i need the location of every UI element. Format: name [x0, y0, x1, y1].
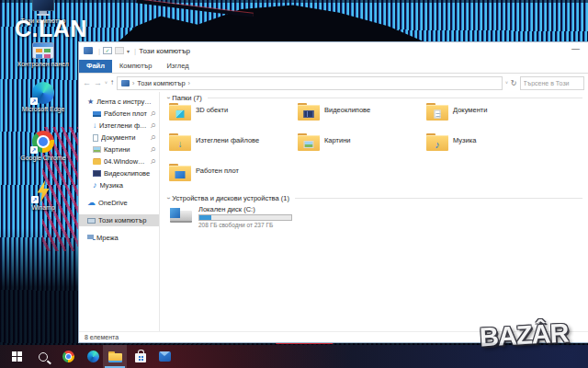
taskbar-chrome-button[interactable]: [56, 345, 80, 368]
qat-computer-icon[interactable]: [84, 47, 93, 54]
network-icon: [87, 235, 94, 239]
sidebar-item-music[interactable]: ♪ Музика: [79, 179, 159, 191]
taskbar-store-button[interactable]: [129, 345, 153, 368]
address-dropdown-icon[interactable]: ˅: [505, 80, 508, 86]
folders-group-header[interactable]: › Папки (7): [167, 94, 582, 102]
disk-usage-bar: [198, 214, 292, 221]
folder-tile-documents[interactable]: Документи: [426, 103, 551, 131]
quick-access-star-icon: ★: [87, 98, 94, 106]
videos-icon: [93, 170, 101, 177]
devices-group-header[interactable]: › Устройства и дискови устройства (1): [167, 194, 582, 202]
sidebar-item-downloads[interactable]: ↓ Изтеглени файлове ⚲: [79, 120, 159, 132]
desktop-icon-label: Microsoft Edge: [22, 106, 65, 113]
sidebar-item-pictures[interactable]: Картини ⚲: [79, 144, 159, 155]
taskbar-file-explorer-button[interactable]: [103, 345, 127, 368]
pin-icon: ⚲: [149, 133, 157, 142]
taskbar-mail-button[interactable]: [153, 345, 176, 368]
pin-icon: ⚲: [149, 121, 157, 130]
pin-icon: ⚲: [149, 157, 157, 166]
drive-name: Локален диск (C:): [198, 205, 292, 213]
chrome-icon: [62, 351, 74, 362]
folder-content-area: › Папки (7) 3D обекти Видеоклипове Докум…: [160, 92, 588, 331]
desktop-icon-control-panel[interactable]: Контролен панел: [14, 42, 73, 68]
folder-tile-videos[interactable]: Видеоклипове: [298, 103, 423, 131]
qat-customize-chevron-icon[interactable]: ▾: [127, 48, 130, 54]
qat-properties-icon[interactable]: ✓: [103, 47, 112, 54]
documents-folder-icon: [426, 103, 448, 121]
breadcrumb-chevron-icon: ›: [132, 80, 134, 86]
search-box[interactable]: [520, 76, 584, 90]
folder-tile-desktop[interactable]: Работен плот: [169, 164, 294, 191]
store-icon: [135, 353, 146, 362]
folder-tile-3d-objects[interactable]: 3D обекти: [169, 103, 294, 131]
search-icon: [39, 352, 48, 362]
up-icon[interactable]: ↑: [110, 79, 114, 86]
control-panel-icon: [32, 42, 54, 59]
pictures-folder-icon: [298, 133, 320, 152]
item-count: 8 елемента: [85, 334, 119, 340]
shortcut-arrow-icon: ↗: [30, 98, 38, 105]
tab-view[interactable]: Изглед: [159, 60, 196, 73]
sidebar-item-this-pc[interactable]: Този компютър: [79, 214, 159, 226]
address-bar-row: ← → ˅ ↑ › Този компютър › ˅ ↻: [79, 74, 588, 92]
desktop-icon-label: Контролен панел: [17, 61, 69, 68]
desktop-icon-chrome[interactable]: ↗ Google Chrome: [14, 131, 73, 162]
recent-dropdown-icon[interactable]: ˅: [105, 80, 107, 86]
pin-icon: ⚲: [149, 109, 157, 118]
window-title: Този компютър: [139, 47, 190, 55]
drive-tile-local-disk-c[interactable]: Локален диск (C:) 208 ГБ свободни от 237…: [169, 205, 292, 228]
desktop-icon-edge[interactable]: ↗ Microsoft Edge: [14, 82, 73, 113]
separator: |: [98, 47, 100, 55]
folder-icon: [93, 159, 101, 165]
sidebar-item-desktop[interactable]: Работен плот ⚲: [79, 108, 159, 120]
title-bar[interactable]: | ✓ ▾ | Този компютър —: [79, 42, 588, 59]
breadcrumb-chevron-icon[interactable]: ›: [188, 80, 190, 86]
edge-icon: ↗: [32, 82, 54, 104]
folder-tile-downloads[interactable]: ↓ Изтеглени файлове: [169, 133, 294, 161]
minimize-button[interactable]: —: [571, 44, 580, 53]
sidebar-item-videos[interactable]: Видеоклипове: [79, 167, 159, 179]
documents-icon: [93, 134, 98, 142]
chrome-icon: ↗: [32, 131, 54, 153]
desktop-icon-winamp[interactable]: ↗ Winamp: [14, 180, 73, 212]
clan-watermark: C.LAN: [15, 16, 87, 42]
shortcut-arrow-icon: ↗: [30, 146, 38, 154]
videos-folder-icon: [298, 103, 320, 121]
collapse-chevron-icon[interactable]: ›: [165, 97, 172, 98]
sidebar-item-network[interactable]: Мрежа: [79, 232, 159, 244]
sidebar-item-documents[interactable]: Документи ⚲: [79, 132, 159, 144]
taskbar-edge-button[interactable]: [81, 345, 105, 368]
sidebar-item-onedrive[interactable]: ☁ OneDrive: [79, 197, 159, 209]
tab-computer[interactable]: Компютър: [112, 60, 160, 73]
taskbar-search-button[interactable]: [31, 345, 55, 368]
file-explorer-window: | ✓ ▾ | Този компютър — Файл Компютър Из…: [78, 41, 588, 343]
address-bar[interactable]: › Този компютър ›: [117, 76, 503, 90]
this-pc-icon: [87, 218, 96, 224]
pictures-icon: [93, 146, 101, 153]
3d-objects-folder-icon: [169, 103, 191, 121]
folder-tile-music[interactable]: ♪ Музика: [426, 133, 551, 161]
desktop-icon-label: Winamp: [31, 204, 55, 212]
breadcrumb[interactable]: Този компютър: [137, 79, 185, 87]
qat-new-folder-icon[interactable]: [115, 47, 124, 54]
folder-tile-pictures[interactable]: Картини: [298, 133, 423, 161]
sidebar-item-quick-access[interactable]: ★ Лента с инструменти: [79, 96, 159, 108]
refresh-icon[interactable]: ↻: [511, 79, 517, 87]
collapse-chevron-icon[interactable]: ›: [165, 197, 172, 199]
start-button[interactable]: [5, 345, 28, 368]
sidebar-item-windows-folder[interactable]: 04.Windows 7-10 ⚲: [79, 155, 159, 167]
desktop-icon-label: Google Chrome: [20, 155, 65, 162]
file-explorer-icon: [108, 351, 122, 362]
tab-file[interactable]: Файл: [79, 60, 112, 73]
onedrive-cloud-icon: ☁: [87, 199, 96, 207]
separator: |: [134, 47, 136, 55]
group-header-rule: [295, 198, 582, 199]
downloads-folder-icon: ↓: [169, 133, 191, 152]
back-icon[interactable]: ←: [83, 79, 91, 87]
this-pc-icon: [32, 0, 54, 16]
music-folder-icon: ♪: [426, 133, 448, 152]
screen: Този компютър Контролен панел ↗ Microsof…: [0, 0, 588, 368]
forward-icon[interactable]: →: [94, 79, 102, 87]
search-input[interactable]: [521, 80, 583, 86]
ribbon-tabs: Файл Компютър Изглед: [79, 59, 588, 74]
